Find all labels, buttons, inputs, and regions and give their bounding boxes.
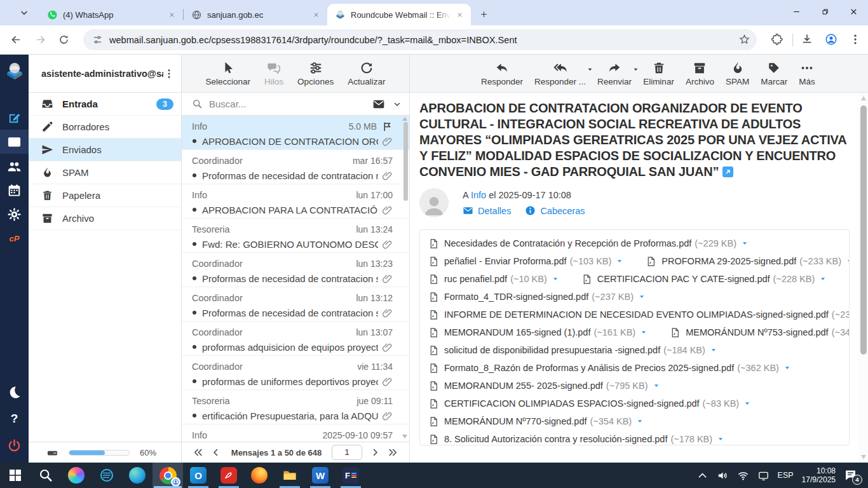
toolbar-button-hilos[interactable]: Hilos <box>264 61 283 86</box>
attachment-item[interactable]: MEMORANDUM 165-signed (1).pdf(~161 KB) <box>428 327 647 339</box>
attachment-item[interactable]: CERTIFICACION PAC Y CATE-signed.pdf(~228… <box>581 273 827 285</box>
new-tab-button[interactable] <box>476 6 492 23</box>
toolbar-button-spam[interactable]: SPAM <box>726 61 749 86</box>
reading-pane-scrollbar[interactable] <box>860 105 867 355</box>
attachment-menu-caret-icon[interactable] <box>717 436 724 442</box>
volume-icon[interactable] <box>717 470 729 482</box>
attachment-menu-caret-icon[interactable] <box>637 418 643 424</box>
attachment-item[interactable]: PROFORMA 29-2025-signed.pdf(~233 KB) <box>646 255 850 268</box>
tab-close-icon[interactable] <box>454 10 465 20</box>
restore-button[interactable] <box>811 0 839 23</box>
site-settings-icon[interactable] <box>92 34 103 45</box>
first-page-button[interactable] <box>193 447 204 458</box>
attachment-item[interactable]: Formato_4_TDR-signed-signed.pdf(~237 KB) <box>428 291 645 303</box>
next-page-button[interactable] <box>369 447 381 458</box>
attachment-item[interactable]: MEMORÁNDUM Nº753-signed.pdf(~345 KB) <box>670 327 850 339</box>
page-number-input[interactable]: 1 <box>332 445 362 460</box>
toolbar-button-archivo[interactable]: Archivo <box>686 61 714 86</box>
message-row[interactable]: Coordinadorlun 13:12Proformas de necesid… <box>182 287 409 322</box>
close-button[interactable] <box>839 0 868 23</box>
message-row[interactable]: Coordinadormar 16:57Proformas de necesid… <box>182 150 409 184</box>
toolbar-button-responder[interactable]: Responder ... <box>534 61 586 86</box>
reload-button[interactable] <box>57 32 72 48</box>
back-button[interactable] <box>9 32 24 48</box>
attachment-menu-caret-icon[interactable] <box>744 400 750 407</box>
attachment-item[interactable]: ruc penafiel.pdf(~10 KB) <box>428 273 559 285</box>
tray-chevron-up-icon[interactable] <box>696 470 709 482</box>
rail-roundcube-logo-icon[interactable] <box>0 55 29 88</box>
sidebar-folder-papelera[interactable]: Papelera <box>29 184 181 207</box>
search-options-chevron-icon[interactable] <box>393 100 402 109</box>
message-row[interactable]: Tesoreriajue 09:11ertificación Presupues… <box>182 390 409 424</box>
browser-menu-icon[interactable] <box>849 33 863 47</box>
toolbar-button-actualizar[interactable]: Actualizar <box>348 61 385 86</box>
attachment-item[interactable]: peñafiel - Enviar Proforma.pdf(~103 KB) <box>428 255 623 268</box>
attachment-item[interactable]: INFORME DE DETERMINACION DE NECESIDAD EV… <box>428 309 850 321</box>
reading-scroll-down-icon[interactable] <box>861 455 866 459</box>
taskbar-app-ie[interactable] <box>92 463 122 488</box>
reading-scroll-up-icon[interactable] <box>861 96 866 100</box>
attachment-menu-caret-icon[interactable] <box>710 347 717 353</box>
taskbar-app-acrobat[interactable] <box>214 463 244 488</box>
minimize-button[interactable] <box>782 0 811 23</box>
message-row[interactable]: Info2025-09-10 09:57 <box>182 424 409 442</box>
tab-close-icon[interactable] <box>311 10 321 20</box>
message-row[interactable]: Coordinadorvie 11:34proformas de uniform… <box>182 356 409 390</box>
rail-compose-icon[interactable] <box>0 105 29 130</box>
forward-button[interactable] <box>33 32 48 48</box>
last-page-button[interactable] <box>387 447 398 458</box>
display-icon[interactable] <box>757 470 770 482</box>
message-row[interactable]: Info5.0 MBAPROBACION DE CONTRATACION ORG… <box>182 116 409 150</box>
toolbar-button-reenviar[interactable]: Reenviar <box>597 61 632 86</box>
attachment-menu-caret-icon[interactable] <box>820 276 826 282</box>
attachment-menu-caret-icon[interactable] <box>552 276 559 282</box>
profile-avatar-icon[interactable] <box>825 33 839 47</box>
headers-link[interactable]: Cabeceras <box>540 206 585 216</box>
message-row[interactable]: Tesorerialun 13:24Fwd: Re: GOBIERNO AUTO… <box>182 219 409 253</box>
address-bar[interactable]: webmail.sanjuan.gob.ec/cpsess1988317614/… <box>83 29 757 50</box>
list-scroll-down-icon[interactable] <box>402 435 407 438</box>
attachment-item[interactable]: CERTIFICACION OLIMPIADAS ESPACIOS-signed… <box>428 398 750 410</box>
toolbar-button-responder[interactable]: Responder <box>481 61 523 86</box>
message-list-scrollbar[interactable] <box>403 122 408 201</box>
search-scope-mail-icon[interactable] <box>372 98 385 111</box>
language-indicator[interactable]: ESP <box>778 471 794 480</box>
message-row[interactable]: Infolun 17:00APROBACION PARA LA CONTRATA… <box>182 184 409 219</box>
attachment-item[interactable]: Necesidades de Contratación y Recepción … <box>428 238 748 250</box>
rail-contacts-icon[interactable] <box>0 154 29 178</box>
browser-tab-roundcube-webmail-enviados[interactable]: Roundcube Webmail :: Enviados <box>327 4 471 25</box>
sidebar-folder-borradores[interactable]: Borradores <box>29 116 181 139</box>
rail-dark-mode-icon[interactable] <box>0 379 29 405</box>
attachment-menu-caret-icon[interactable] <box>784 365 790 371</box>
rail-mail-icon[interactable] <box>0 130 29 154</box>
taskbar-app-chrome[interactable] <box>153 463 183 488</box>
rail-logout-icon[interactable] <box>0 432 29 459</box>
taskbar-app-fes[interactable]: F <box>336 463 366 488</box>
sidebar-folder-entrada[interactable]: Entrada3 <box>29 93 181 116</box>
attachment-item[interactable]: Formato_8_Razón de Proformas y Análisis … <box>428 362 790 374</box>
taskbar-app-edge[interactable] <box>122 463 153 488</box>
list-scroll-up-icon[interactable] <box>402 117 407 121</box>
sidebar-folder-spam[interactable]: SPAM <box>29 161 181 184</box>
toolbar-button-opciones[interactable]: Opciones <box>297 61 334 86</box>
details-link[interactable]: Detalles <box>478 206 511 216</box>
clock[interactable]: 10:08 17/9/2025 <box>802 466 836 484</box>
rail-cpanel-icon[interactable]: cP <box>0 226 29 250</box>
sidebar-folder-archivo[interactable]: Archivo <box>29 207 181 230</box>
attachment-menu-caret-icon[interactable] <box>639 294 645 300</box>
browser-tab-4-whatsapp[interactable]: (4) WhatsApp <box>39 4 183 25</box>
taskbar-app-explorer[interactable] <box>275 463 305 488</box>
toolbar-button-marcar[interactable]: Marcar <box>761 61 787 86</box>
message-row[interactable]: Coordinadorlun 13:23Proformas de necesid… <box>182 253 409 287</box>
attachment-menu-caret-icon[interactable] <box>846 258 850 264</box>
taskbar-app-copilot[interactable] <box>61 463 92 488</box>
previous-page-button[interactable] <box>210 447 222 458</box>
attachment-menu-caret-icon[interactable] <box>653 383 660 389</box>
search-bar[interactable]: Buscar... <box>182 93 409 116</box>
toolbar-button-eliminar[interactable]: Eliminar <box>643 61 674 86</box>
rail-help-icon[interactable]: ? <box>0 405 29 432</box>
taskbar-app-start[interactable] <box>0 463 31 488</box>
toolbar-button-m-s[interactable]: Más <box>799 61 815 86</box>
bookmark-star-icon[interactable] <box>738 34 750 46</box>
flag-icon[interactable] <box>382 121 393 132</box>
